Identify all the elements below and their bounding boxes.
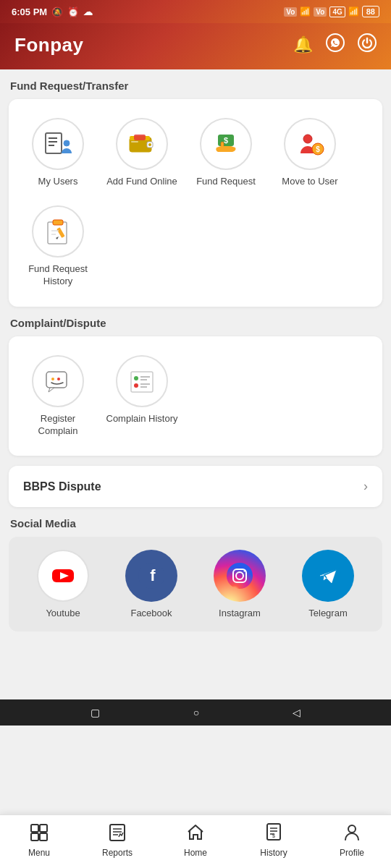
fund-icon-grid: My Users Add Fund On — [19, 112, 372, 294]
svg-point-6 — [64, 140, 70, 146]
add-fund-online-label: Add Fund Online — [106, 176, 177, 188]
svg-rect-28 — [131, 372, 153, 392]
fund-request-item[interactable]: $ Fund Request — [187, 112, 265, 194]
telegram-label: Telegram — [308, 608, 347, 618]
vo-lte-icon: Vo — [284, 7, 297, 17]
svg-rect-12 — [134, 135, 146, 140]
android-square-btn[interactable]: ▢ — [91, 707, 100, 718]
fund-section-card: My Users Add Fund On — [9, 99, 382, 307]
svg-point-43 — [244, 570, 246, 572]
register-complain-item[interactable]: Register Complain — [19, 349, 97, 443]
fund-request-icon-circle: $ — [200, 118, 252, 170]
svg-rect-46 — [40, 825, 47, 832]
nav-profile[interactable]: Profile — [330, 822, 374, 858]
add-fund-online-item[interactable]: Add Fund Online — [103, 112, 181, 194]
nav-reports[interactable]: Reports — [96, 822, 139, 858]
menu-icon — [30, 822, 49, 846]
header-actions: 🔔 — [293, 33, 377, 56]
app-header: Fonpay 🔔 — [0, 23, 391, 69]
facebook-item[interactable]: f Facebook — [125, 550, 177, 618]
nav-home[interactable]: Home — [174, 822, 217, 858]
history-label: History — [260, 848, 287, 858]
svg-text:$: $ — [224, 136, 228, 145]
fund-section-label: Fund Request/Transfer — [10, 80, 382, 92]
battery-icon: 88 — [362, 6, 379, 17]
alarm-icon: ⏰ — [67, 7, 79, 17]
svg-point-29 — [134, 376, 138, 380]
svg-rect-19 — [53, 220, 63, 225]
android-system-bar: ▢ ○ ◁ — [0, 699, 391, 726]
profile-label: Profile — [340, 848, 364, 858]
svg-point-15 — [303, 135, 312, 143]
complain-history-item[interactable]: Complain History — [103, 349, 181, 443]
vo-lte2-icon: Vo — [314, 7, 327, 17]
svg-rect-11 — [131, 141, 138, 142]
fund-request-history-label: Fund Request History — [22, 263, 94, 288]
telegram-icon-circle — [302, 550, 354, 602]
instagram-label: Instagram — [219, 608, 261, 618]
social-media-label: Social Media — [10, 517, 382, 529]
social-media-card: Youtube f Facebook — [9, 537, 382, 631]
whatsapp-icon[interactable] — [326, 33, 345, 56]
complain-history-label: Complain History — [106, 413, 178, 425]
bbps-chevron-icon: › — [363, 479, 368, 494]
history-icon: $ — [264, 822, 283, 846]
cloud-icon: ☁ — [83, 7, 93, 17]
move-to-user-label: Move to User — [282, 176, 337, 188]
complaint-section-label: Complaint/Dispute — [10, 317, 382, 329]
fund-request-label: Fund Request — [196, 176, 256, 188]
register-complain-label: Register Complain — [22, 413, 94, 438]
menu-label: Menu — [28, 848, 50, 858]
svg-text:f: f — [150, 566, 156, 584]
move-to-user-item[interactable]: $ Move to User — [271, 112, 349, 194]
status-bar: 6:05 PM 🔕 ⏰ ☁ Vo 📶 Vo 4G 📶 88 — [0, 0, 391, 23]
register-complain-icon-circle — [32, 355, 84, 407]
instagram-item[interactable]: Instagram — [214, 550, 266, 618]
svg-rect-47 — [31, 833, 38, 841]
home-icon — [186, 822, 205, 846]
android-circle-btn[interactable]: ○ — [193, 707, 199, 718]
svg-rect-49 — [110, 825, 125, 841]
nav-history[interactable]: $ History — [252, 822, 295, 858]
profile-icon — [342, 822, 361, 846]
svg-point-10 — [148, 143, 151, 146]
signal2-icon: 📶 — [348, 7, 359, 17]
social-grid: Youtube f Facebook — [19, 550, 372, 618]
bbps-dispute-row[interactable]: BBPS Dispute › — [9, 466, 382, 507]
my-users-item[interactable]: My Users — [19, 112, 97, 194]
bottom-nav: Menu Reports Home — [0, 814, 391, 868]
fund-request-history-icon-circle — [32, 205, 84, 258]
youtube-icon-circle — [37, 550, 89, 602]
svg-text:$: $ — [272, 833, 275, 838]
bell-icon[interactable]: 🔔 — [293, 35, 313, 54]
reports-label: Reports — [102, 848, 133, 858]
complaint-icon-grid: Register Complain — [19, 349, 372, 443]
power-icon[interactable] — [358, 33, 377, 56]
bbps-dispute-label: BBPS Dispute — [23, 480, 101, 493]
fund-request-history-item[interactable]: Fund Request History — [19, 200, 97, 294]
complain-history-icon-circle — [116, 355, 168, 407]
signal-icon: 📶 — [300, 7, 311, 17]
my-users-label: My Users — [38, 176, 78, 188]
telegram-item[interactable]: Telegram — [302, 550, 354, 618]
facebook-icon-circle: f — [125, 550, 177, 602]
app-title: Fonpay — [14, 34, 83, 56]
main-content: Fund Request/Transfer My Users — [0, 69, 391, 699]
lte-badge: 4G — [329, 7, 345, 17]
add-fund-online-icon-circle — [116, 118, 168, 170]
svg-rect-48 — [40, 833, 47, 841]
home-label: Home — [184, 848, 207, 858]
svg-point-26 — [51, 378, 54, 380]
svg-marker-25 — [49, 388, 54, 392]
youtube-item[interactable]: Youtube — [37, 550, 89, 618]
nav-menu[interactable]: Menu — [17, 822, 61, 858]
svg-rect-45 — [31, 825, 38, 832]
svg-point-27 — [57, 378, 60, 380]
android-back-btn[interactable]: ◁ — [293, 707, 300, 718]
status-right: Vo 📶 Vo 4G 📶 88 — [284, 6, 379, 17]
status-time: 6:05 PM — [12, 7, 47, 17]
svg-rect-2 — [46, 133, 62, 153]
move-to-user-icon-circle: $ — [284, 118, 336, 170]
svg-text:$: $ — [316, 145, 320, 153]
reports-icon — [108, 822, 127, 846]
